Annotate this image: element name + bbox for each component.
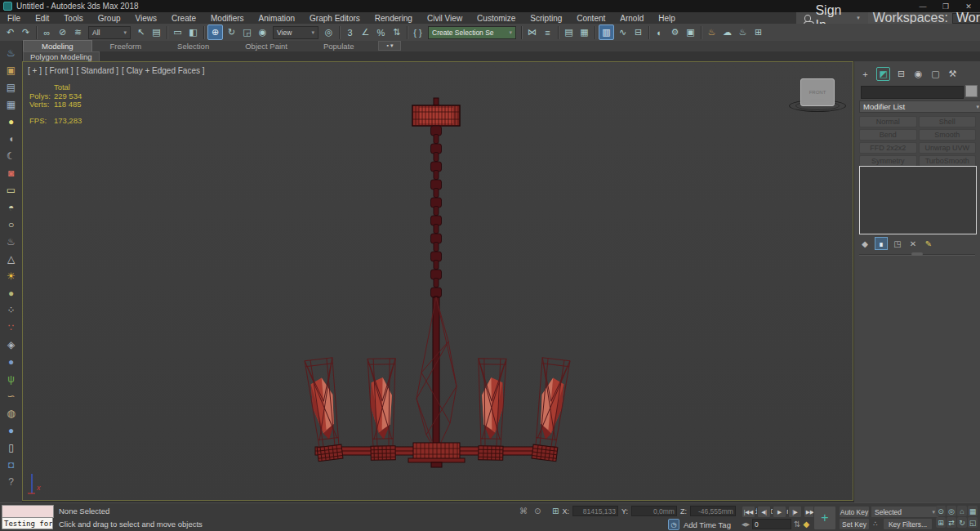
ribbon-tab[interactable]: Object Paint bbox=[227, 41, 305, 51]
orbit-icon[interactable]: ↻ bbox=[957, 517, 967, 528]
y-coordinate-field[interactable] bbox=[631, 506, 677, 516]
ribbon-tab[interactable]: Populate bbox=[305, 41, 372, 51]
viewport-menu-standard[interactable]: [ Standard ] bbox=[76, 66, 118, 75]
show-end-result-icon[interactable]: ∎ bbox=[875, 237, 888, 250]
modifier-button[interactable]: Normal bbox=[859, 116, 917, 127]
key-mode-toggle-icon[interactable]: ◀▶ bbox=[742, 521, 750, 528]
display-tab[interactable]: ▢ bbox=[929, 68, 942, 80]
circle-primitive-icon[interactable]: ○ bbox=[3, 216, 20, 233]
motion-tab[interactable]: ◉ bbox=[912, 68, 924, 80]
menu-item[interactable]: Edit bbox=[28, 12, 56, 24]
set-key-filters-icon[interactable]: ∴ bbox=[871, 518, 880, 529]
viewport-menu-shading[interactable]: [ Clay + Edged Faces ] bbox=[122, 66, 204, 75]
reference-coordinate-system-dropdown[interactable]: View bbox=[273, 26, 318, 39]
default-in-out-tangent-icon[interactable]: ◆ bbox=[803, 520, 809, 529]
select-and-scale-icon[interactable]: ◲ bbox=[240, 25, 254, 39]
lattice-cage-icon[interactable]: ◈ bbox=[3, 336, 20, 353]
snaps-toggle-icon[interactable]: 3 bbox=[343, 25, 357, 39]
panel-divider-grip[interactable] bbox=[911, 252, 923, 256]
render-in-cloud-icon[interactable]: ☁ bbox=[720, 25, 734, 39]
play-button[interactable]: ▶ bbox=[773, 506, 786, 518]
viewport-menu-pov[interactable]: [ Front ] bbox=[45, 66, 73, 75]
zoom-icon[interactable]: ⊙ bbox=[936, 506, 946, 516]
menu-item[interactable]: Group bbox=[91, 12, 128, 24]
modifier-button[interactable]: TurboSmooth bbox=[919, 155, 977, 167]
workspace-dropdown[interactable]: Workspace_1 ▾ bbox=[952, 13, 980, 24]
polygon-modeling-panel-tab[interactable]: Polygon Modeling bbox=[23, 51, 100, 61]
mirror-icon[interactable]: ⋈ bbox=[525, 25, 539, 39]
separator[interactable] bbox=[36, 26, 37, 39]
separator[interactable] bbox=[407, 26, 408, 39]
blue-sphere-icon[interactable]: ● bbox=[3, 422, 20, 439]
ribbon-toggle-icon[interactable]: ▥ bbox=[599, 25, 614, 40]
go-to-start-button[interactable]: |◀◀ bbox=[742, 506, 755, 518]
light-bulb-icon[interactable]: ● bbox=[3, 113, 20, 130]
rock-icon[interactable]: ● bbox=[3, 353, 20, 370]
camera-icon[interactable]: ◙ bbox=[3, 164, 20, 181]
zoom-region-icon[interactable]: ⊞ bbox=[936, 517, 946, 528]
select-and-move-icon[interactable]: ⊕ bbox=[207, 25, 223, 40]
z-coordinate-field[interactable] bbox=[690, 506, 736, 516]
bird-icon[interactable]: ∽ bbox=[3, 387, 20, 404]
menu-item[interactable]: Arnold bbox=[612, 12, 651, 24]
add-time-tag[interactable]: ◷ Add Time Tag bbox=[668, 519, 731, 530]
render-iterative-icon[interactable]: ♨ bbox=[736, 25, 750, 39]
maxscript-listener[interactable]: Testing for i bbox=[2, 517, 53, 529]
percent-snap-icon[interactable]: % bbox=[374, 25, 388, 39]
window-crossing-toggle-icon[interactable]: ◧ bbox=[186, 25, 200, 39]
bind-to-space-warp-icon[interactable]: ≋ bbox=[71, 25, 85, 39]
ribbon-tab[interactable]: Freeform bbox=[92, 41, 160, 51]
key-filters-button[interactable]: Key Filters... bbox=[883, 518, 933, 530]
separator[interactable] bbox=[701, 26, 702, 39]
render-production-icon[interactable]: ♨ bbox=[705, 25, 719, 39]
ribbon-tab[interactable]: Modeling bbox=[23, 40, 92, 51]
separator[interactable] bbox=[167, 26, 167, 39]
curve-editor-icon[interactable]: ∿ bbox=[616, 25, 630, 39]
modifier-list-dropdown[interactable]: Modifier List bbox=[859, 100, 980, 113]
select-by-name-icon[interactable]: ▤ bbox=[149, 25, 163, 39]
named-selection-sets-dropdown[interactable]: Create Selection Se bbox=[428, 26, 516, 39]
state-sets-icon[interactable]: ⊞ bbox=[751, 25, 765, 39]
set-key-button[interactable]: Set Key bbox=[839, 518, 870, 530]
menu-item[interactable]: Graph Editors bbox=[302, 12, 368, 24]
utilities-tab[interactable]: ⚒ bbox=[947, 68, 959, 80]
current-frame-field[interactable] bbox=[752, 519, 791, 529]
isolate-selection-toggle-icon[interactable]: ⌘ bbox=[519, 506, 528, 515]
angle-snap-icon[interactable]: ∠ bbox=[359, 25, 372, 39]
settings-panel-icon[interactable]: ▤ bbox=[3, 78, 20, 96]
spinner-snap-icon[interactable]: ⇅ bbox=[390, 25, 403, 39]
remove-modifier-icon[interactable]: ✕ bbox=[907, 238, 919, 249]
pan-icon[interactable]: ⇄ bbox=[947, 517, 956, 528]
dome-primitive-icon[interactable]: ◓ bbox=[3, 199, 20, 216]
absolute-mode-icon[interactable]: ⊞ bbox=[552, 506, 559, 515]
menu-item[interactable]: Views bbox=[128, 12, 165, 24]
modify-tab[interactable]: ◩ bbox=[876, 67, 890, 81]
select-object-icon[interactable]: ↖ bbox=[134, 25, 148, 39]
zoom-extents-icon[interactable]: ⌂ bbox=[957, 506, 967, 516]
hierarchy-tab[interactable]: ⊟ bbox=[895, 68, 907, 80]
previous-frame-button[interactable]: ◀| bbox=[757, 506, 771, 518]
batch-settings-icon[interactable]: ▦ bbox=[3, 96, 20, 113]
menu-item[interactable]: Animation bbox=[252, 12, 302, 24]
pin-stack-icon[interactable]: ◆ bbox=[859, 238, 871, 249]
ribbon-tab[interactable]: Selection bbox=[159, 41, 227, 51]
auto-key-button[interactable]: Auto Key bbox=[839, 506, 870, 518]
modifier-button[interactable]: Symmetry bbox=[859, 155, 917, 167]
cone-primitive-icon[interactable]: △ bbox=[3, 250, 20, 267]
help-icon[interactable]: ? bbox=[3, 473, 20, 490]
particle-flow-icon[interactable]: ⁘ bbox=[3, 301, 20, 319]
compound-object-icon[interactable]: ◘ bbox=[3, 456, 20, 473]
viewport-front[interactable]: [ + ][ Front ][ Standard ][ Clay + Edged… bbox=[22, 61, 853, 501]
plane-primitive-icon[interactable]: ▭ bbox=[3, 181, 20, 199]
render-setup-icon[interactable]: ⚙ bbox=[668, 25, 682, 39]
align-icon[interactable]: ≡ bbox=[541, 25, 555, 39]
material-editor-icon[interactable]: ◐ bbox=[653, 25, 666, 39]
rendered-frame-window-icon[interactable]: ▣ bbox=[684, 25, 697, 39]
separator[interactable] bbox=[339, 26, 340, 39]
zoom-extents-all-icon[interactable]: ▦ bbox=[968, 506, 978, 516]
rendered-frame-icon[interactable]: ▣ bbox=[3, 61, 20, 78]
select-and-place-icon[interactable]: ◉ bbox=[256, 25, 270, 39]
modifier-button[interactable]: Smooth bbox=[919, 129, 977, 141]
scene-explorer-icon[interactable]: ▤ bbox=[562, 25, 576, 39]
render-teapot-icon[interactable]: ♨ bbox=[3, 44, 20, 61]
